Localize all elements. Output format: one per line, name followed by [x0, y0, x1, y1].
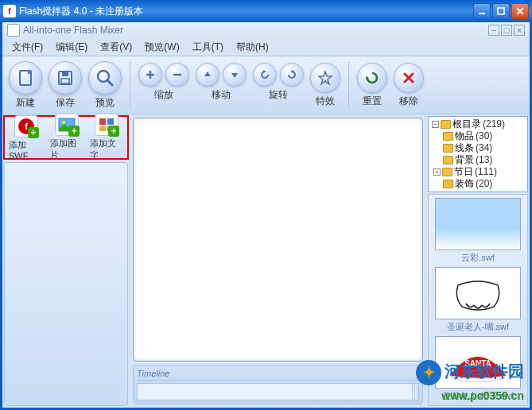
menu-help[interactable]: 帮助(H)	[231, 39, 274, 56]
new-file-icon	[17, 69, 34, 87]
save-label: 保存	[56, 96, 75, 110]
zoom-in-button[interactable]	[138, 63, 162, 87]
svg-text:SANTA: SANTA	[464, 359, 491, 368]
thumbnail-image	[435, 405, 521, 406]
menu-file[interactable]: 文件(F)	[7, 39, 48, 56]
timeline-panel: Timeline	[133, 365, 423, 404]
svg-rect-7	[61, 79, 69, 83]
svg-rect-17	[99, 118, 106, 125]
plus-icon	[145, 69, 156, 80]
tree-node-label: 线条	[455, 142, 474, 154]
thumbnail-image	[435, 267, 521, 319]
move-down-button[interactable]	[223, 63, 247, 87]
menu-preview[interactable]: 预览(W)	[140, 39, 184, 56]
category-tree[interactable]: − 根目录(219) 物品(30) 线条(34) 背景(13) +	[428, 116, 528, 192]
window-controls	[473, 3, 529, 19]
inner-minimize-button[interactable]: −	[488, 25, 499, 36]
toolbar-separator-2	[348, 61, 349, 109]
add-image-label: 添加图片	[50, 137, 83, 161]
move-group: 移动	[194, 61, 248, 110]
left-item-list[interactable]	[4, 162, 128, 406]
inner-maximize-button[interactable]: □	[501, 25, 512, 36]
expand-icon[interactable]: +	[433, 168, 441, 176]
svg-rect-18	[107, 118, 114, 125]
close-button[interactable]	[511, 3, 529, 19]
tree-node-decoration[interactable]: 装饰(20)	[430, 178, 526, 190]
arrow-down-icon	[230, 70, 239, 79]
zoom-out-button[interactable]	[165, 63, 189, 87]
tree-node-count: (13)	[476, 154, 492, 166]
folder-icon	[443, 180, 453, 188]
collapse-icon[interactable]: −	[432, 121, 439, 128]
folder-icon	[441, 120, 451, 129]
timeline-track[interactable]	[137, 383, 419, 400]
folder-icon	[442, 168, 452, 176]
tree-root-node[interactable]: − 根目录(219)	[430, 118, 526, 130]
tree-node-label: 背景	[455, 154, 474, 166]
rotate-cw-button[interactable]	[280, 63, 304, 87]
maximize-button[interactable]	[492, 3, 510, 19]
add-swf-button[interactable]: f+ 添加SWF	[6, 114, 46, 162]
menu-tools[interactable]: 工具(T)	[188, 39, 228, 56]
app-small-icon	[7, 24, 20, 37]
arrow-up-icon	[203, 70, 212, 79]
tree-node-label: 根目录	[452, 118, 481, 130]
inner-close-button[interactable]: ×	[514, 25, 525, 36]
reset-button[interactable]: 重置	[355, 61, 389, 110]
app-title-bar: All-into-one Flash Mixer − □ ×	[2, 22, 530, 38]
preview-button[interactable]: 预览	[87, 60, 123, 111]
preview-label: 预览	[95, 96, 115, 110]
rotate-cw-icon	[286, 69, 297, 80]
window-title: Flash搅拌器 4.0 - 未注册版本	[19, 5, 473, 18]
delete-button[interactable]: 移除	[392, 61, 425, 110]
add-toolbar: f+ 添加SWF + 添加图片 + 添加文字	[3, 115, 129, 160]
canvas-area[interactable]	[133, 118, 423, 362]
window-titlebar: f Flash搅拌器 4.0 - 未注册版本	[0, 0, 532, 22]
tree-node-count: (111)	[475, 166, 497, 178]
folder-icon	[443, 156, 453, 164]
svg-rect-1	[498, 8, 504, 14]
tree-node-count: (20)	[476, 178, 492, 190]
delete-icon	[402, 72, 415, 84]
thumbnail-item[interactable]: SANTA 圣诞老人-帽子.swf	[433, 336, 522, 402]
timeline-label: Timeline	[137, 369, 419, 381]
thumbnail-item[interactable]: 云彩.swf	[433, 198, 522, 264]
rotate-ccw-button[interactable]	[253, 63, 277, 87]
minimize-button[interactable]	[473, 3, 491, 19]
star-icon	[317, 70, 333, 86]
folder-icon	[443, 144, 453, 153]
tree-node-label: 装饰	[455, 178, 474, 190]
tree-node-holiday[interactable]: + 节日(111)	[430, 166, 526, 178]
menu-bar: 文件(F) 编辑(E) 查看(V) 预览(W) 工具(T) 帮助(H)	[2, 38, 530, 56]
tree-node-lines[interactable]: 线条(34)	[430, 142, 526, 154]
magnifier-icon	[95, 68, 115, 87]
thumbnail-caption: 圣诞老人-嘴.swf	[447, 321, 509, 333]
rotate-group: 旋转	[251, 61, 305, 110]
menu-edit[interactable]: 编辑(E)	[51, 39, 92, 56]
delete-label: 移除	[399, 95, 418, 108]
folder-icon	[443, 132, 453, 141]
tree-node-label: 节日	[454, 166, 473, 178]
add-text-button[interactable]: + 添加文字	[87, 114, 126, 163]
save-button[interactable]: 保存	[47, 60, 83, 111]
toolbar-separator	[130, 61, 130, 109]
new-button[interactable]: 新建	[7, 60, 44, 111]
move-up-button[interactable]	[196, 63, 219, 87]
move-label: 移动	[212, 88, 231, 102]
tree-node-label: 物品	[455, 130, 474, 142]
timeline-grip-icon[interactable]	[412, 384, 418, 400]
effect-button[interactable]: 特效	[309, 61, 342, 110]
effect-label: 特效	[316, 95, 335, 108]
thumbnail-item[interactable]: 圣诞老人-嘴.swf	[433, 267, 522, 333]
thumbnail-list[interactable]: 云彩.swf 圣诞老人-嘴.swf SANTA 圣诞老人-帽子.swf	[428, 194, 528, 406]
tree-node-background[interactable]: 背景(13)	[430, 154, 526, 166]
thumbnail-image	[435, 198, 521, 250]
add-image-button[interactable]: + 添加图片	[48, 114, 86, 163]
rotate-label: 旋转	[269, 88, 288, 102]
thumbnail-caption: 圣诞老人-帽子.swf	[442, 390, 513, 402]
thumbnail-item[interactable]	[433, 405, 522, 406]
svg-point-16	[62, 121, 65, 124]
app-icon: f	[3, 5, 16, 17]
menu-view[interactable]: 查看(V)	[95, 39, 137, 56]
tree-node-items[interactable]: 物品(30)	[430, 130, 526, 142]
